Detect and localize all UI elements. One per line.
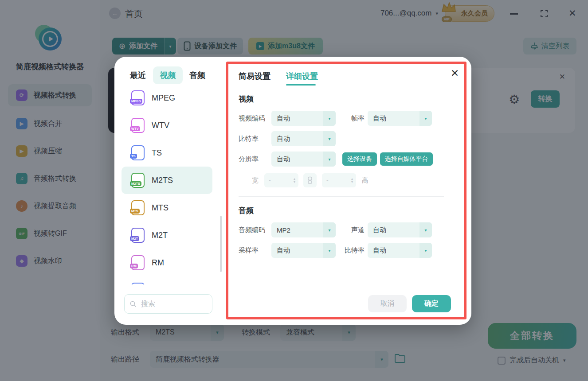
video-section-title: 视频 [239,94,254,104]
file-type-icon: M2T [131,228,145,243]
width-stepper[interactable]: - ▴▾ [264,173,298,187]
search-icon [130,301,137,307]
resolution-select[interactable]: 自动 ▾ [271,152,336,167]
format-name: M2TS [152,176,173,185]
format-item-m2ts-selected[interactable]: M2TS M2TS [122,167,212,194]
app-window: 简鹿视频格式转换器 ⟳ 视频格式转换 ▶ 视频合并 ▶ 视频压缩 ♫ 音频格式转… [0,0,588,381]
chevron-down-icon: ▾ [323,111,336,126]
format-item-mpeg[interactable]: MPEG MPEG [122,89,212,112]
format-name: TS [152,148,162,158]
tab-simple-settings[interactable]: 简易设置 [239,71,270,82]
file-type-icon: RM [131,255,145,270]
chevron-down-icon: ▾ [419,111,432,126]
chevron-down-icon: ▾ [419,222,432,237]
channels-select[interactable]: 自动 ▾ [368,222,432,237]
format-item-partial[interactable] [122,276,212,284]
stepper-arrows-icon[interactable]: ▴▾ [294,177,295,183]
audio-bitrate-label: 比特率 [338,243,365,258]
frame-rate-select[interactable]: 自动 ▾ [368,111,432,126]
file-type-icon: WTV [131,118,145,133]
height-label: 高 [362,173,368,187]
active-tab-underline [286,84,316,86]
height-stepper[interactable]: - ▴▾ [322,173,356,187]
tab-video[interactable]: 视频 [153,66,183,84]
close-dialog-icon[interactable]: ✕ [451,67,459,79]
ok-button[interactable]: 确定 [412,295,451,312]
sample-rate-select[interactable]: 自动 ▾ [271,243,336,258]
tab-detailed-settings[interactable]: 详细设置 [286,71,318,82]
chevron-down-icon: ▾ [323,243,336,258]
audio-codec-label: 音频编码 [239,222,265,237]
format-list: MPEG MPEG WTV WTV TS TS M2TS M2TS MTS [122,89,212,284]
aspect-link-toggle[interactable] [303,173,317,187]
audio-codec-select[interactable]: MP2 ▾ [271,222,336,237]
video-codec-select[interactable]: 自动 ▾ [271,111,336,126]
select-device-button[interactable]: 选择设备 [342,152,377,166]
stepper-arrows-icon[interactable]: ▴▾ [351,177,353,183]
format-name: MTS [152,203,169,213]
format-list-scrollbar[interactable] [220,216,222,272]
select-media-platform-button[interactable]: 选择自媒体平台 [380,152,433,166]
chevron-down-icon: ▾ [419,243,432,258]
section-divider [239,196,444,197]
audio-section-title: 音频 [239,206,254,216]
format-name: RM [152,258,164,268]
format-name: MPEG [152,93,175,103]
sample-rate-label: 采样率 [239,243,259,258]
format-item-rm[interactable]: RM RM [122,249,212,276]
tab-audio[interactable]: 音频 [189,70,205,81]
video-codec-label: 视频编码 [239,111,265,126]
video-bitrate-label: 比特率 [239,131,259,146]
audio-bitrate-select[interactable]: 自动 ▾ [368,243,432,258]
file-type-icon [131,283,145,284]
channels-label: 声道 [342,222,365,237]
video-bitrate-select[interactable]: 自动 ▾ [271,131,336,146]
link-icon [307,176,313,184]
format-item-ts[interactable]: TS TS [122,139,212,167]
width-label: 宽 [252,173,259,187]
format-name: WTV [152,121,169,130]
chevron-down-icon: ▾ [323,131,336,146]
format-item-m2t[interactable]: M2T M2T [122,222,212,249]
format-name: M2T [152,231,168,240]
cancel-button[interactable]: 取消 [368,295,407,312]
format-settings-dialog: 最近 视频 音频 MPEG MPEG WTV WTV TS TS M2TS [114,57,471,325]
resolution-label: 分辨率 [239,152,259,167]
format-search[interactable] [124,294,212,314]
file-type-icon: M2TS [131,173,145,188]
frame-rate-label: 帧率 [342,111,365,126]
tab-recent[interactable]: 最近 [130,70,146,81]
chevron-down-icon: ▾ [323,222,336,237]
search-input[interactable] [140,299,200,308]
file-type-icon: MTS [131,200,145,215]
format-item-wtv[interactable]: WTV WTV [122,112,212,139]
chevron-down-icon: ▾ [323,152,336,167]
annotation-red-box [226,62,466,319]
file-type-icon: MPEG [131,90,145,105]
format-item-mts[interactable]: MTS MTS [122,194,212,222]
file-type-icon: TS [131,145,145,160]
